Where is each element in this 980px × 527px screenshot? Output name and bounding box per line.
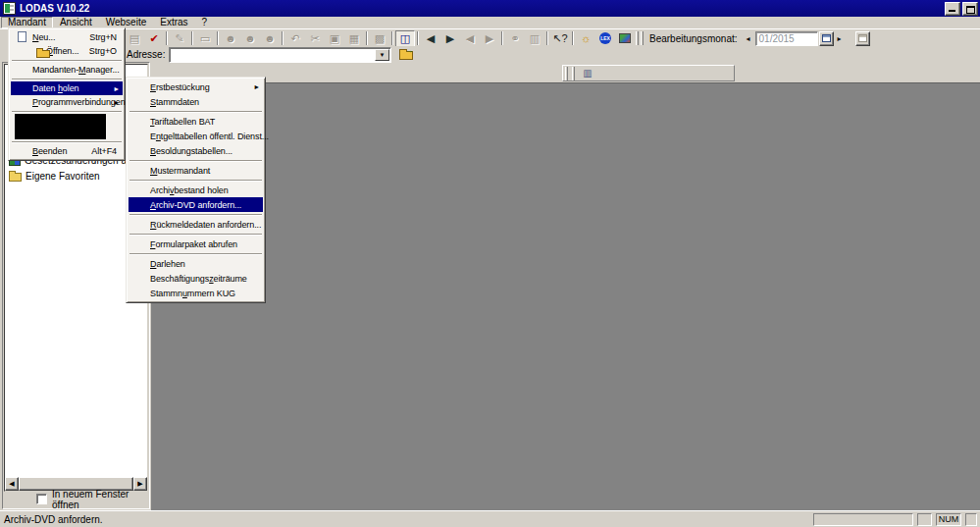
menu-item-archivbestand-holen[interactable]: Archivbestand holen [129,183,263,197]
sidebar-toggle-button[interactable]: ◫ [395,30,415,47]
undo-icon: ↶ [290,32,299,45]
toolbar-separator [546,31,548,45]
menu-separator [12,111,122,112]
menu-item-programmverbindungen[interactable]: Programmverbindungen► [11,95,123,109]
forward-button[interactable]: ▶ [440,30,460,47]
toolbar-gripper[interactable] [565,67,568,80]
tree-item-eigene-favoriten[interactable]: Eigene Favoriten [9,170,100,183]
toolbar-separator [391,31,393,45]
submenu-arrow-icon: ► [113,85,120,92]
menu-shortcut: Alt+F4 [83,146,117,156]
toolbar-separator [417,31,419,45]
undo-button: ↶ [285,30,305,47]
client-edit-button: ☻ [240,30,260,47]
menu-item-öffnen[interactable]: Öffnen...Strg+O [11,44,123,58]
toolbar-separator [191,31,193,45]
menu-item-rückmeldedaten-anfordern[interactable]: Rückmeldedaten anfordern... [129,217,263,232]
context-help-icon: ↖? [552,32,567,45]
menu-separator [129,180,262,181]
toolbar-gripper[interactable] [572,67,575,80]
tile-windows-button: ▩ [370,30,389,47]
new-window-checkbox-row: In neuem Fenster öffnen [36,493,149,505]
menu-item-entgelttabellen-öffentl-dienst[interactable]: Entgelttabellen öffentl. Dienst... [129,129,263,143]
menu-separator [129,214,262,215]
tree-item-label: Eigene Favoriten [26,171,100,182]
website-image-button[interactable] [615,30,635,47]
menu-item-label: Archiv-DVD anfordern... [150,200,241,210]
forward-icon: ▶ [446,32,454,45]
address-label: Adresse: [127,49,165,60]
search-icon: ⚭ [510,32,519,45]
menu-item-besoldungstabellen[interactable]: Besoldungstabellen... [129,143,263,158]
minimize-button[interactable] [945,2,960,16]
lex-info-button[interactable]: LEX [595,30,615,47]
workspace [151,83,980,510]
chevron-down-icon: ▼ [380,52,386,58]
menu-item-formularpaket-abrufen[interactable]: Formularpaket abrufen [129,237,263,251]
sidebar-toggle-icon: ◫ [400,32,410,45]
form-window-button[interactable]: ▥ [579,67,596,79]
prev-month-button[interactable]: ◂ [743,31,754,45]
daten-holen-submenu: Erstbestückung►StammdatenTariftabellen B… [126,77,266,303]
next-month-button[interactable]: ▸ [834,31,846,45]
confirm-check-button[interactable]: ✔ [144,30,164,47]
new-window-checkbox[interactable] [36,494,47,504]
statusbar: Archiv-DVD anfordern. NUM [0,510,980,527]
next-record-button: ▶ [480,30,499,47]
menu-extras[interactable]: Extras [153,17,194,28]
tile-windows-icon: ▩ [375,32,385,45]
tip-lightbulb-icon: ☼ [581,32,591,44]
menu-item-beenden[interactable]: BeendenAlt+F4 [11,144,123,158]
address-dropdown-button[interactable]: ▼ [375,49,389,61]
toolbar-gripper[interactable] [641,31,644,45]
menu-item-mustermandant[interactable]: Mustermandant [129,163,263,178]
menu-item-archiv-dvd-anfordern[interactable]: Archiv-DVD anfordern... [129,197,263,212]
toolbar-separator [572,31,574,45]
bearbeitungsmonat-value: 01/2015 [759,33,795,44]
form-window-icon: ▥ [583,68,592,79]
window-dock-toolbar: ▥ [562,65,735,81]
menu-item-label: Beschäftigungszeiträume [150,274,247,284]
paste-button: ▦ [344,30,364,47]
menu-item-stammdaten[interactable]: Stammdaten [129,94,263,109]
address-combobox[interactable]: ▼ [169,47,391,63]
search-button: ⚭ [505,30,525,47]
bearbeitungsmonat-field[interactable]: 01/2015 [755,31,818,46]
tip-lightbulb-button[interactable]: ☼ [576,30,595,47]
menu-item-tariftabellen-bat[interactable]: Tariftabellen BAT [129,114,263,129]
scroll-left-button[interactable]: ◀ [5,477,19,491]
next-record-icon: ▶ [486,32,493,45]
menu-item-neu[interactable]: Neu...Strg+N [11,30,123,44]
statusbar-panel [917,513,932,526]
statusbar-panel [813,513,913,526]
search-document-button: ▥ [525,30,544,47]
client-new-icon: ☻ [225,32,236,44]
menu-item-erstbestückung[interactable]: Erstbestückung► [129,79,263,94]
menu-item-darlehen[interactable]: Darlehen [129,256,263,271]
client-transfer-icon: ☻ [264,32,276,44]
maximize-button[interactable] [962,2,978,16]
address-go-button[interactable] [397,48,415,63]
menu-hilfe[interactable]: ? [195,17,215,28]
menu-item-label: Formularpaket abrufen [150,239,237,249]
menu-item-beschäftigungszeiträume[interactable]: Beschäftigungszeiträume [129,271,263,286]
calendar-button-disabled [855,31,870,46]
toolbar-gripper[interactable] [636,31,639,45]
menu-separator [129,111,262,112]
copy-icon: ▣ [330,32,339,45]
menu-item-daten-holen[interactable]: Daten holen► [11,81,123,95]
toolbar-separator [217,31,219,45]
new-window-checkbox-label: In neuem Fenster öffnen [52,489,149,510]
toolbar-separator [501,31,503,45]
menu-item-stammnummern-kug[interactable]: Stammnummern KUG [129,286,263,300]
menu-item-label: Erstbestückung [150,82,210,92]
calendar-button[interactable] [819,31,834,46]
menu-item-mandanten-manager[interactable]: Mandanten-Manager... [11,63,123,77]
edit-document-button: ✎ [170,30,189,47]
lex-info-icon: LEX [599,32,611,44]
context-help-button[interactable]: ↖? [550,30,570,47]
titlebar[interactable]: LODAS V.10.22 [0,0,980,17]
back-button[interactable]: ◀ [421,30,440,47]
website-image-icon [619,33,631,43]
menu-separator [12,141,122,142]
